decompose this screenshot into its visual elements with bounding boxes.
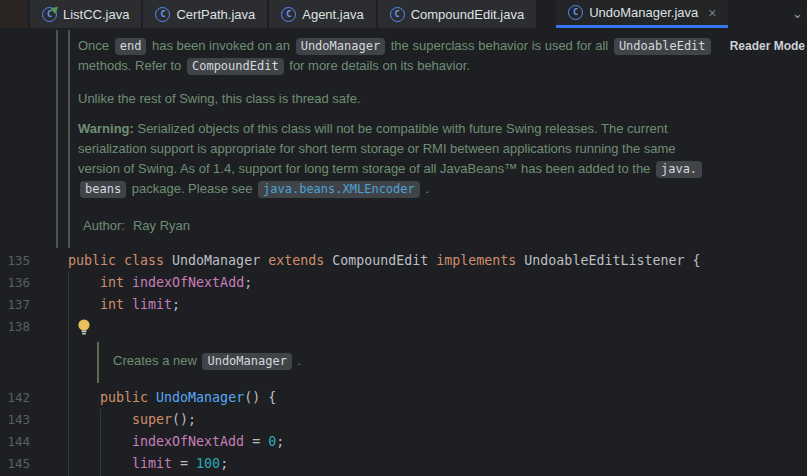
- class-icon: C: [568, 5, 583, 20]
- code-token: ;: [244, 275, 252, 290]
- tab-label: UndoManager.java: [589, 5, 698, 20]
- doc-comment-border-outer: [56, 30, 58, 248]
- line-number[interactable]: 136: [0, 272, 30, 294]
- code-token: public: [100, 390, 156, 405]
- doc-paragraph: Warning: Serialized objects of this clas…: [78, 119, 742, 199]
- code-token: UndoableEditListener {: [524, 253, 700, 268]
- reader-mode-label[interactable]: Reader Mode: [730, 39, 805, 53]
- doc-code-pill: beans: [80, 181, 126, 198]
- tab-label: ListCC.java: [63, 7, 129, 22]
- code-token: ;: [172, 297, 180, 312]
- class-icon-letter: C: [47, 10, 52, 19]
- tab-agent-java[interactable]: CAgent.java: [269, 0, 375, 28]
- line-number[interactable]: 144: [0, 431, 30, 453]
- code-token: implements: [436, 253, 524, 268]
- code-token: int: [100, 275, 132, 290]
- code-token: [68, 390, 100, 405]
- line-number[interactable]: 143: [0, 409, 30, 431]
- class-icon: C: [390, 7, 405, 22]
- code-text: int indexOfNextAdd;: [68, 272, 252, 294]
- tab-undomanager-java[interactable]: CUndoManager.java×: [556, 0, 728, 28]
- code-token: int: [100, 297, 132, 312]
- code-token: ();: [172, 412, 196, 427]
- doc-text-run: package. Please see: [128, 181, 256, 196]
- code-token: [68, 412, 132, 427]
- code-text: public UndoManager() {: [68, 387, 276, 409]
- tabs-container: CListCC.javaCCertPath.javaCAgent.javaCCo…: [28, 0, 728, 28]
- class-run-icon: C: [42, 7, 57, 22]
- doc-text-run: Warning:: [78, 121, 134, 136]
- code-text: limit = 100;: [68, 453, 228, 475]
- doc-text-run: for more details on its behavior.: [286, 58, 470, 73]
- line-number[interactable]: 135: [0, 250, 30, 272]
- code-token: ;: [220, 456, 228, 471]
- tab-compoundedit-java[interactable]: CCompoundEdit.java: [378, 0, 536, 28]
- code-text: int limit;: [68, 294, 180, 316]
- class-icon-letter: C: [286, 10, 291, 19]
- doc-code-link[interactable]: java.beans.XMLEncoder: [258, 181, 420, 198]
- ide-window: { "tabs": [ {"label":"ListCC.java","icon…: [0, 0, 807, 476]
- code-line-143[interactable]: 143 super();: [0, 409, 807, 431]
- line-number[interactable]: 137: [0, 294, 30, 316]
- editor-tab-bar: CListCC.javaCCertPath.javaCAgent.javaCCo…: [0, 0, 807, 28]
- class-icon: C: [155, 7, 170, 22]
- class-icon: C: [281, 7, 296, 22]
- code-token: =: [180, 456, 196, 471]
- code-text: indexOfNextAdd = 0;: [68, 431, 284, 453]
- code-line-142[interactable]: 142 public UndoManager() {: [0, 387, 807, 409]
- tab-certpath-java[interactable]: CCertPath.java: [143, 0, 267, 28]
- intention-bulb-icon[interactable]: [77, 319, 91, 336]
- tab-overflow-fragment: [0, 0, 28, 28]
- code-token: ;: [276, 434, 284, 449]
- doc-text-run: methods. Refer to: [78, 58, 185, 73]
- doc-text-run: Once: [78, 38, 113, 53]
- doc-code-pill: UndoableEdit: [614, 38, 711, 55]
- line-number[interactable]: 145: [0, 453, 30, 475]
- doc-code-pill: UndoManager: [296, 38, 385, 55]
- class-icon-letter: C: [160, 10, 165, 19]
- code-line-135[interactable]: 135public class UndoManager extends Comp…: [0, 250, 807, 272]
- code-token: =: [252, 434, 268, 449]
- code-token: indexOfNextAdd: [132, 275, 244, 290]
- rendered-javadoc-block: Once end has been invoked on an UndoMana…: [78, 36, 742, 236]
- doc-text-run: has been invoked on an: [148, 38, 293, 53]
- rendered-javadoc-inline-block: Creates a new UndoManager .: [0, 338, 807, 387]
- code-token: () {: [244, 390, 276, 405]
- code-token: extends: [268, 253, 332, 268]
- code-token: limit: [132, 297, 172, 312]
- doc-inline-text: Creates a new UndoManager .: [113, 351, 301, 371]
- line-number[interactable]: 142: [0, 387, 30, 409]
- code-line-144[interactable]: 144 indexOfNextAdd = 0;: [0, 431, 807, 453]
- line-number[interactable]: 138: [0, 316, 30, 338]
- code-token: [68, 297, 100, 312]
- doc-paragraph: Once end has been invoked on an UndoMana…: [78, 36, 742, 76]
- doc-author-line: Author:Ray Ryan: [83, 216, 742, 236]
- code-text: super();: [68, 409, 196, 431]
- chevron-down-icon[interactable]: ⌄: [792, 6, 803, 21]
- code-token: public class: [68, 253, 172, 268]
- doc-code-pill: CompoundEdit: [187, 58, 284, 75]
- doc-text-run: Creates a new: [113, 353, 200, 368]
- tab-label: Agent.java: [302, 7, 363, 22]
- close-icon[interactable]: ×: [708, 6, 716, 20]
- code-token: indexOfNextAdd: [132, 434, 252, 449]
- code-token: super: [132, 412, 172, 427]
- doc-comment-border: [97, 342, 99, 383]
- doc-text-run: the superclass behavior is used for all: [387, 38, 612, 53]
- doc-text-run: Author:: [83, 218, 125, 233]
- code-token: UndoManager: [172, 253, 268, 268]
- class-icon-letter: C: [395, 10, 400, 19]
- code-line-138[interactable]: 138: [0, 316, 807, 338]
- tab-label: CompoundEdit.java: [411, 7, 524, 22]
- code-editor[interactable]: Once end has been invoked on an UndoMana…: [0, 28, 807, 476]
- code-token: [68, 434, 132, 449]
- doc-text-run: version of Swing. As of 1.4, support for…: [78, 161, 654, 176]
- doc-text-run: serialization support is appropriate for…: [78, 141, 676, 156]
- doc-text-run: Ray Ryan: [133, 218, 190, 233]
- code-line-145[interactable]: 145 limit = 100;: [0, 453, 807, 475]
- tab-listcc-java[interactable]: CListCC.java: [30, 0, 141, 28]
- doc-code-pill: UndoManager: [202, 353, 291, 370]
- doc-paragraph: Unlike the rest of Swing, this class is …: [78, 89, 742, 109]
- code-line-137[interactable]: 137 int limit;: [0, 294, 807, 316]
- code-line-136[interactable]: 136 int indexOfNextAdd;: [0, 272, 807, 294]
